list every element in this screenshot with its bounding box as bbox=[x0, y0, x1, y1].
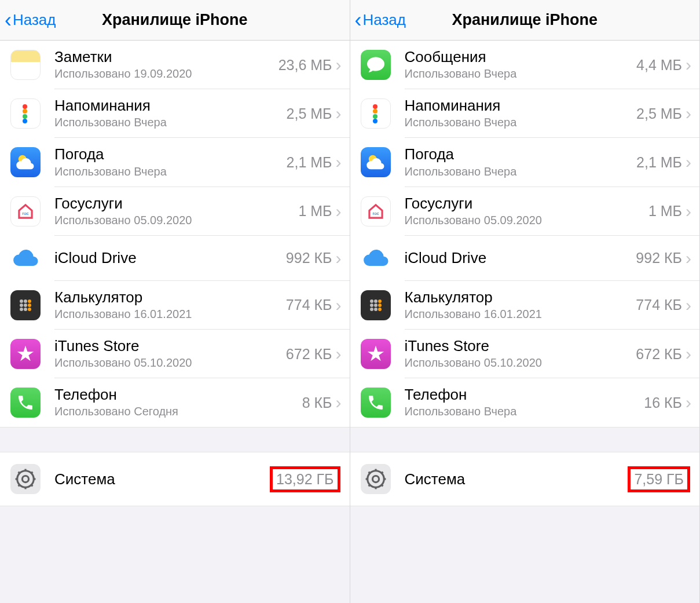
app-row[interactable]: ТелефонИспользовано Сегодня8 КБ› bbox=[0, 378, 350, 427]
app-name: Телефон bbox=[405, 386, 644, 404]
app-size: 2,1 МБ bbox=[287, 154, 332, 171]
svg-line-20 bbox=[19, 485, 20, 486]
app-subtitle: Использовано 16.01.2021 bbox=[54, 306, 286, 322]
app-size: 672 КБ bbox=[286, 346, 332, 363]
app-row[interactable]: НапоминанияИспользовано Вчера2,5 МБ› bbox=[350, 89, 700, 138]
app-text: НапоминанияИспользовано Вчера bbox=[405, 97, 637, 130]
app-text: ТелефонИспользовано Сегодня bbox=[54, 386, 302, 419]
app-size: 2,5 МБ bbox=[636, 105, 682, 122]
svg-point-34 bbox=[367, 471, 384, 488]
app-row[interactable]: СообщенияИспользовано Вчера4,4 МБ› bbox=[350, 41, 700, 89]
app-name: Погода bbox=[405, 145, 637, 163]
app-size: 992 КБ bbox=[636, 250, 682, 266]
app-row[interactable]: КалькуляторИспользовано 16.01.2021774 КБ… bbox=[0, 281, 350, 330]
app-row[interactable]: КалькуляторИспользовано 16.01.2021774 КБ… bbox=[350, 281, 700, 330]
reminders-icon bbox=[10, 98, 41, 129]
app-row[interactable]: ПогодаИспользовано Вчера2,1 МБ› bbox=[350, 138, 700, 187]
app-size: 2,5 МБ bbox=[287, 105, 332, 122]
svg-point-12 bbox=[17, 471, 34, 488]
messages-icon bbox=[361, 50, 391, 80]
app-list: ЗаметкиИспользовано 19.09.202023,6 МБ›На… bbox=[0, 41, 350, 427]
app-name: Госуслуги bbox=[405, 195, 648, 213]
app-name: Телефон bbox=[54, 386, 302, 404]
chevron-right-icon: › bbox=[686, 250, 691, 267]
app-text: iTunes StoreИспользовано 05.10.2020 bbox=[54, 337, 286, 371]
app-row[interactable]: ПогодаИспользовано Вчера2,1 МБ› bbox=[0, 138, 350, 187]
app-row[interactable]: ЗаметкиИспользовано 19.09.202023,6 МБ› bbox=[0, 41, 350, 89]
svg-point-31 bbox=[370, 308, 373, 311]
app-text: iCloud Drive bbox=[54, 249, 286, 267]
app-row[interactable]: iTunes StoreИспользовано 05.10.2020672 К… bbox=[0, 330, 350, 378]
itunes-icon bbox=[361, 339, 391, 369]
app-size: 774 КБ bbox=[286, 297, 332, 313]
chevron-right-icon: › bbox=[336, 250, 342, 267]
section-gap bbox=[0, 427, 350, 452]
section-gap bbox=[350, 427, 700, 452]
svg-line-40 bbox=[368, 472, 369, 473]
reminders-icon bbox=[361, 98, 391, 129]
system-row[interactable]: Система 7,59 ГБ bbox=[350, 452, 700, 506]
weather-icon bbox=[361, 147, 391, 177]
calculator-icon bbox=[10, 290, 41, 320]
itunes-icon bbox=[10, 339, 41, 369]
chevron-right-icon: › bbox=[336, 56, 342, 74]
app-size: 672 КБ bbox=[636, 346, 682, 363]
system-size: 7,59 ГБ bbox=[634, 471, 684, 487]
app-text: НапоминанияИспользовано Вчера bbox=[54, 97, 287, 130]
highlight-box: 13,92 ГБ bbox=[270, 466, 340, 492]
svg-point-13 bbox=[22, 476, 28, 483]
chevron-right-icon: › bbox=[686, 345, 691, 363]
chevron-right-icon: › bbox=[336, 203, 342, 220]
chevron-right-icon: › bbox=[336, 394, 342, 411]
svg-line-43 bbox=[382, 472, 383, 473]
app-row[interactable]: госГосуслугиИспользовано 05.09.20201 МБ› bbox=[350, 187, 700, 236]
app-subtitle: Использовано 19.09.2020 bbox=[54, 66, 278, 82]
app-name: Калькулятор bbox=[405, 288, 636, 306]
app-subtitle: Использовано Вчера bbox=[54, 164, 287, 180]
app-size: 8 КБ bbox=[302, 394, 332, 411]
svg-point-11 bbox=[28, 308, 31, 311]
app-subtitle: Использовано 05.10.2020 bbox=[54, 355, 286, 371]
app-row[interactable]: госГосуслугиИспользовано 05.09.20201 МБ› bbox=[0, 187, 350, 236]
storage-pane-left: ‹ Назад Хранилище iPhone ЗаметкиИспользо… bbox=[0, 0, 350, 603]
notes-icon bbox=[10, 50, 41, 80]
system-label: Система bbox=[54, 470, 270, 488]
svg-point-28 bbox=[370, 304, 373, 307]
app-row[interactable]: НапоминанияИспользовано Вчера2,5 МБ› bbox=[0, 89, 350, 138]
bottom-spacer bbox=[0, 506, 350, 603]
app-size: 16 КБ bbox=[644, 394, 682, 411]
app-size: 2,1 МБ bbox=[636, 154, 682, 171]
svg-line-19 bbox=[31, 485, 32, 486]
app-text: КалькуляторИспользовано 16.01.2021 bbox=[54, 288, 286, 322]
svg-line-21 bbox=[31, 472, 32, 473]
system-label: Система bbox=[405, 470, 628, 488]
app-text: КалькуляторИспользовано 16.01.2021 bbox=[405, 288, 636, 322]
chevron-right-icon: › bbox=[686, 56, 691, 74]
svg-line-18 bbox=[19, 472, 20, 473]
svg-line-42 bbox=[368, 485, 369, 486]
app-name: iTunes Store bbox=[54, 337, 286, 355]
app-name: iCloud Drive bbox=[405, 249, 636, 267]
back-button[interactable]: ‹ Назад bbox=[350, 10, 406, 31]
app-name: Напоминания bbox=[54, 97, 287, 115]
svg-point-5 bbox=[28, 299, 31, 303]
app-name: Погода bbox=[54, 145, 287, 163]
app-name: Напоминания bbox=[405, 97, 637, 115]
app-row[interactable]: iCloud Drive992 КБ› bbox=[350, 236, 700, 281]
gosuslugi-icon: гос bbox=[361, 196, 391, 226]
app-text: iCloud Drive bbox=[405, 249, 636, 267]
svg-point-26 bbox=[374, 299, 378, 303]
app-row[interactable]: iTunes StoreИспользовано 05.10.2020672 К… bbox=[350, 330, 700, 378]
chevron-left-icon: ‹ bbox=[5, 10, 12, 31]
chevron-right-icon: › bbox=[686, 297, 691, 314]
back-button[interactable]: ‹ Назад bbox=[0, 10, 56, 31]
system-row[interactable]: Система 13,92 ГБ bbox=[0, 452, 350, 506]
gosuslugi-icon: гос bbox=[10, 196, 41, 226]
app-name: Заметки bbox=[54, 48, 278, 66]
chevron-right-icon: › bbox=[336, 345, 342, 363]
svg-text:гос: гос bbox=[372, 211, 379, 216]
app-row[interactable]: iCloud Drive992 КБ› bbox=[0, 236, 350, 281]
icloud-icon bbox=[10, 243, 41, 273]
chevron-right-icon: › bbox=[336, 154, 342, 171]
app-row[interactable]: ТелефонИспользовано Вчера16 КБ› bbox=[350, 378, 700, 427]
